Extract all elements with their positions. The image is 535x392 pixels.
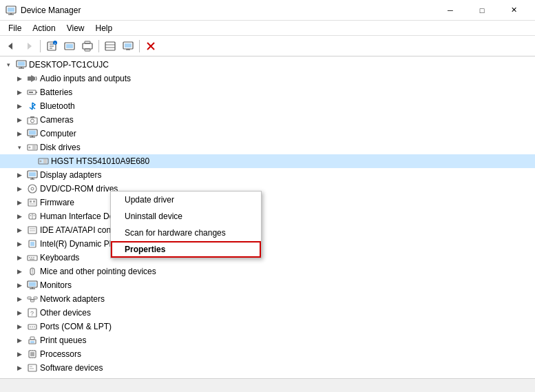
app-icon: [6, 5, 17, 16]
bluetooth-icon: [27, 101, 38, 112]
svg-rect-16: [85, 49, 90, 51]
tree-item-dvdrom[interactable]: ▶ DVD/CD-ROM drives: [0, 182, 535, 196]
expand-display[interactable]: ▶: [14, 169, 25, 180]
update-driver-button[interactable]: [61, 38, 78, 54]
tree-item-batteries[interactable]: ▶ Batteries: [0, 85, 535, 99]
monitor-button[interactable]: [120, 38, 136, 54]
ide-icon: [27, 225, 38, 236]
expand-firmware[interactable]: ▶: [14, 197, 25, 208]
tree-item-firmware[interactable]: ▶ Firmware: [0, 196, 535, 209]
tree-label-computer: Computer: [40, 129, 76, 138]
context-properties[interactable]: Properties: [111, 241, 261, 258]
expand-cameras[interactable]: ▶: [14, 114, 25, 125]
device-tree[interactable]: ▾ DESKTOP-TC1CUJC ▶ Audio inpu: [0, 56, 535, 378]
expand-network[interactable]: ▶: [14, 293, 25, 305]
svg-rect-34: [36, 92, 37, 93]
tree-item-hid[interactable]: ▶ Human Interface Devices: [0, 209, 535, 223]
svg-rect-92: [30, 337, 34, 340]
scan-button[interactable]: [79, 38, 96, 54]
tree-item-sound[interactable]: ▶ Sound, video and game controllers: [0, 375, 535, 378]
tree-item-software[interactable]: ▶ Software devices: [0, 361, 535, 375]
expand-other[interactable]: ▶: [14, 307, 25, 318]
tree-item-keyboards[interactable]: ▶ Keyboards: [0, 251, 535, 265]
tree-label-processors: Processors: [40, 349, 81, 359]
expand-dvdrom[interactable]: ▶: [14, 183, 25, 194]
back-button[interactable]: [3, 38, 19, 54]
tree-item-network[interactable]: ▶ Network adapters: [0, 292, 535, 306]
monitor-icon: [27, 280, 38, 291]
tree-item-ports[interactable]: ▶ Ports (COM & LPT): [0, 320, 535, 333]
svg-rect-69: [31, 257, 32, 258]
tree-item-intel[interactable]: ▶ Intel(R) Dynamic Platform and Thermal …: [0, 237, 535, 251]
expand-monitors[interactable]: ▶: [14, 280, 25, 291]
forward-button[interactable]: [21, 38, 37, 54]
expand-hid[interactable]: ▶: [14, 211, 25, 222]
display-icon: [27, 169, 38, 180]
expand-software[interactable]: ▶: [14, 362, 25, 373]
tree-item-hgst[interactable]: HGST HTS541010A9E680: [0, 154, 535, 168]
menu-action[interactable]: Action: [27, 21, 61, 36]
expand-batteries[interactable]: ▶: [14, 87, 25, 98]
expand-printqueues[interactable]: ▶: [14, 335, 25, 346]
expand-computer[interactable]: ▶: [14, 128, 25, 139]
svg-marker-31: [31, 75, 35, 82]
expand-keyboards[interactable]: ▶: [14, 252, 25, 263]
uninstall-button[interactable]: [143, 38, 159, 54]
context-uninstall-device[interactable]: Uninstall device: [111, 208, 261, 225]
tree-item-root[interactable]: ▾ DESKTOP-TC1CUJC: [0, 58, 535, 72]
menu-file[interactable]: File: [3, 21, 27, 36]
expand-ports[interactable]: ▶: [14, 321, 25, 332]
tree-item-bluetooth[interactable]: ▶ Bluetooth: [0, 99, 535, 113]
expand-diskdrives[interactable]: ▾: [14, 142, 25, 153]
context-properties-label: Properties: [125, 245, 165, 254]
svg-rect-76: [29, 282, 36, 287]
minimize-button[interactable]: ─: [434, 0, 466, 21]
toolbar: ?: [0, 36, 535, 56]
expand-ideata[interactable]: ▶: [14, 225, 25, 236]
dvd-icon: [27, 183, 38, 194]
tree-item-audio[interactable]: ▶ Audio inputs and outputs: [0, 72, 535, 85]
firmware-icon: [27, 197, 38, 208]
properties-button[interactable]: ?: [43, 38, 60, 54]
tree-label-batteries: Batteries: [40, 87, 72, 97]
tree-item-processors[interactable]: ▶ Processors: [0, 347, 535, 361]
tree-label-dvdrom: DVD/CD-ROM drives: [40, 184, 118, 194]
menu-view[interactable]: View: [61, 21, 90, 36]
expand-processors[interactable]: ▶: [14, 349, 25, 360]
expand-audio[interactable]: ▶: [14, 73, 25, 84]
svg-point-52: [28, 185, 36, 193]
tree-item-mice[interactable]: ▶ Mice and other pointing devices: [0, 265, 535, 278]
svg-rect-30: [28, 76, 31, 81]
maximize-button[interactable]: □: [466, 0, 498, 21]
tree-item-computer[interactable]: ▶ Computer: [0, 127, 535, 141]
tree-item-diskdrives[interactable]: ▾ Disk drives: [0, 141, 535, 154]
tree-item-cameras[interactable]: ▶ Cameras: [0, 113, 535, 127]
menu-help[interactable]: Help: [90, 21, 118, 36]
sound-icon: [27, 376, 38, 378]
expand-mice[interactable]: ▶: [14, 266, 25, 277]
expand-intel[interactable]: ▶: [14, 238, 25, 249]
tree-label-hgst: HGST HTS541010A9E680: [51, 156, 149, 166]
svg-rect-17: [105, 42, 115, 50]
context-scan-hardware[interactable]: Scan for hardware changes: [111, 225, 261, 241]
tree-label-mice: Mice and other pointing devices: [40, 267, 156, 276]
menu-bar: File Action View Help: [0, 21, 535, 36]
tree-item-printqueues[interactable]: ▶ Print queues: [0, 333, 535, 347]
expand-sound[interactable]: ▶: [14, 376, 25, 378]
svg-rect-49: [29, 172, 36, 176]
svg-line-84: [32, 299, 36, 300]
mouse-icon: [27, 266, 38, 277]
window-controls: ─ □ ✕: [434, 0, 529, 21]
tree-item-monitors[interactable]: ▶ Monitors: [0, 278, 535, 292]
battery-icon: [27, 87, 38, 98]
display-all-button[interactable]: [102, 38, 118, 54]
status-bar: [0, 378, 535, 392]
expand-root[interactable]: ▾: [3, 59, 14, 70]
close-button[interactable]: ✕: [498, 0, 529, 21]
tree-item-ideata[interactable]: ▶ IDE ATA/ATAPI controllers: [0, 223, 535, 237]
tree-item-other[interactable]: ▶ ? Other devices: [0, 306, 535, 320]
separator-1: [40, 40, 41, 52]
expand-bluetooth[interactable]: ▶: [14, 101, 25, 112]
context-update-driver[interactable]: Update driver: [111, 192, 261, 208]
tree-item-display[interactable]: ▶ Display adapters: [0, 168, 535, 182]
